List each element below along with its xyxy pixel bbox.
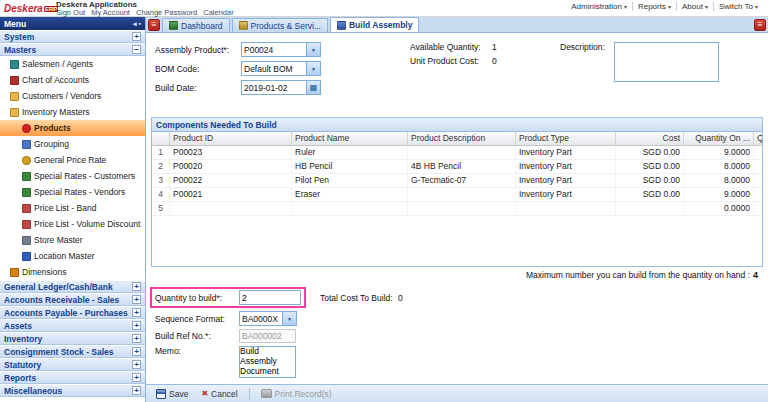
grid-row[interactable]: 3 P00022 Pilot Pen G-Tecmatic-07 Invento…	[152, 174, 762, 188]
expand-icon[interactable]: +	[132, 308, 141, 317]
price-list-band-icon	[22, 204, 31, 213]
grid-row[interactable]: 4 P00021 Eraser Inventory Part SGD 0.00 …	[152, 188, 762, 202]
administration-menu[interactable]: Administration ▾	[566, 2, 632, 11]
deskera-erp-app: Deskera ERP Deskera Applications Sign Ou…	[0, 0, 768, 402]
bom-code-input[interactable]	[241, 61, 307, 76]
memo-textarea[interactable]: Build Assembly Document	[239, 346, 296, 378]
expand-icon[interactable]: +	[132, 321, 141, 330]
dropdown-arrow-icon: ▾	[668, 3, 671, 10]
grid-col-product-id[interactable]: Product ID	[170, 132, 292, 145]
sidebar-group-statutory[interactable]: Statutory +	[0, 358, 145, 371]
bom-code-combo[interactable]: ▼	[241, 61, 321, 76]
hamburger-icon: ≡	[152, 20, 157, 29]
available-quantity-value: 1	[492, 42, 497, 52]
sidebar-item-general-price-rate[interactable]: General Price Rate	[0, 152, 145, 168]
sidebar-item-price-list-band[interactable]: Price List - Band	[0, 200, 145, 216]
collapse-icon[interactable]: −	[132, 45, 141, 54]
location-master-icon	[22, 252, 31, 261]
sidebar-item-store-master[interactable]: Store Master	[0, 232, 145, 248]
sequence-format-combo[interactable]: ▼	[239, 311, 297, 326]
combo-arrow-icon: ▼	[287, 316, 292, 322]
sidebar-group-masters[interactable]: Masters −	[0, 43, 145, 56]
sequence-format-dropdown-button[interactable]: ▼	[283, 311, 297, 326]
save-button[interactable]: Save	[151, 387, 193, 401]
tab-products-services[interactable]: Products & Servi...	[232, 18, 328, 32]
print-records-button[interactable]: Print Record(s)	[256, 387, 337, 401]
expand-icon[interactable]: +	[132, 360, 141, 369]
main-panel: ≡ Dashboard Products & Servi... Build As…	[146, 17, 768, 402]
bom-code-label: BOM Code:	[155, 64, 241, 74]
expand-icon[interactable]: +	[132, 282, 141, 291]
switch-to-menu[interactable]: Switch To ▾	[713, 2, 763, 11]
expand-icon[interactable]: +	[132, 295, 141, 304]
grid-col-product-description[interactable]: Product Description	[408, 132, 516, 145]
sidebar-group-system[interactable]: System +	[0, 30, 145, 43]
expand-icon[interactable]: +	[132, 334, 141, 343]
about-menu[interactable]: About ▾	[676, 2, 713, 11]
build-date-calendar-button[interactable]: ▦	[307, 80, 321, 95]
tab-bar: ≡ Dashboard Products & Servi... Build As…	[146, 17, 768, 33]
grid-col-cost[interactable]: Cost	[616, 132, 684, 145]
sidebar-item-salesmen-agents[interactable]: Salesmen / Agents	[0, 56, 145, 72]
sidebar-group-consignment-stock[interactable]: Consignment Stock - Sales +	[0, 345, 145, 358]
bom-code-dropdown-button[interactable]: ▼	[307, 61, 321, 76]
sidebar-group-accounts-receivable[interactable]: Accounts Receivable - Sales +	[0, 293, 145, 306]
expand-icon[interactable]: +	[132, 347, 141, 356]
calendar-icon: ▦	[310, 83, 318, 92]
menu-title: Menu	[4, 19, 26, 29]
printer-icon	[261, 389, 272, 398]
expand-icon[interactable]: +	[132, 373, 141, 382]
bottom-toolbar: Save ✖ Cancel Print Record(s)	[146, 384, 768, 402]
assembly-product-input[interactable]	[241, 42, 307, 57]
expand-icon[interactable]: +	[132, 386, 141, 395]
sidebar-group-accounts-payable[interactable]: Accounts Payable - Purchases +	[0, 306, 145, 319]
products-tab-icon	[239, 21, 248, 30]
sequence-format-input[interactable]	[239, 311, 283, 326]
build-date-field[interactable]: ▦	[241, 80, 321, 95]
max-build-note: Maximum number you can build from the qu…	[146, 267, 768, 283]
grid-col-quantity-on-hand[interactable]: Quantity On ...	[684, 132, 754, 145]
quantity-to-build-input[interactable]	[239, 290, 301, 305]
description-textarea[interactable]	[614, 42, 719, 82]
grid-row[interactable]: 1 P00023 Ruler Inventory Part SGD 0.00 9…	[152, 146, 762, 160]
sidebar-group-assets[interactable]: Assets +	[0, 319, 145, 332]
grid-col-product-name[interactable]: Product Name	[292, 132, 408, 145]
expand-icon[interactable]: +	[132, 32, 141, 41]
tabbar-left-menu-button[interactable]: ≡	[148, 19, 160, 31]
sidebar-item-customers-vendors[interactable]: Customers / Vendors	[0, 88, 145, 104]
grid-col-product-type[interactable]: Product Type	[516, 132, 616, 145]
dimensions-icon	[10, 268, 19, 277]
sidebar-group-miscellaneous[interactable]: Miscellaneous +	[0, 384, 145, 397]
cancel-x-icon: ✖	[201, 389, 208, 398]
cancel-button[interactable]: ✖ Cancel	[196, 387, 242, 401]
sidebar-item-location-master[interactable]: Location Master	[0, 248, 145, 264]
sidebar-item-special-rates-vendors[interactable]: Special Rates - Vendors	[0, 184, 145, 200]
assembly-product-combo[interactable]: ▼	[241, 42, 321, 57]
grid-row[interactable]: 5 0.0000 0.0	[152, 202, 762, 216]
build-assembly-form: Assembly Product*: ▼ BOM Code: ▼	[146, 33, 768, 117]
dropdown-arrow-icon: ▾	[624, 3, 627, 10]
grid-col-quantity-needed[interactable]: Quantity Nee...	[754, 132, 762, 145]
sidebar-item-grouping[interactable]: Grouping	[0, 136, 145, 152]
sidebar-group-reports[interactable]: Reports +	[0, 371, 145, 384]
build-date-label: Build Date:	[155, 83, 241, 93]
sidebar-item-price-list-volume-discount[interactable]: Price List - Volume Discount	[0, 216, 145, 232]
top-right-menus: Administration ▾ Reports ▾ About ▾ Switc…	[566, 1, 763, 16]
assembly-product-dropdown-button[interactable]: ▼	[307, 42, 321, 57]
sidebar-item-products[interactable]: Products	[0, 120, 145, 136]
tabbar-right-menu-button[interactable]: ≡	[754, 19, 766, 31]
sidebar-item-chart-of-accounts[interactable]: Chart of Accounts	[0, 72, 145, 88]
tab-build-assembly[interactable]: Build Assembly	[330, 17, 419, 32]
tab-dashboard[interactable]: Dashboard	[162, 18, 230, 32]
reports-menu[interactable]: Reports ▾	[632, 2, 676, 11]
pin-icon[interactable]: ▪	[139, 20, 141, 28]
sidebar-group-general-ledger[interactable]: General Ledger/Cash/Bank +	[0, 280, 145, 293]
chart-of-accounts-icon	[10, 76, 19, 85]
sidebar-item-inventory-masters[interactable]: Inventory Masters	[0, 104, 145, 120]
build-date-input[interactable]	[241, 80, 307, 95]
sidebar-group-inventory[interactable]: Inventory +	[0, 332, 145, 345]
grid-row[interactable]: 2 P00020 HB Pencil 4B HB Pencil Inventor…	[152, 160, 762, 174]
sidebar-item-special-rates-customers[interactable]: Special Rates - Customers	[0, 168, 145, 184]
collapse-panel-icon[interactable]: ◂	[133, 20, 137, 28]
sidebar-item-dimensions[interactable]: Dimensions	[0, 264, 145, 280]
